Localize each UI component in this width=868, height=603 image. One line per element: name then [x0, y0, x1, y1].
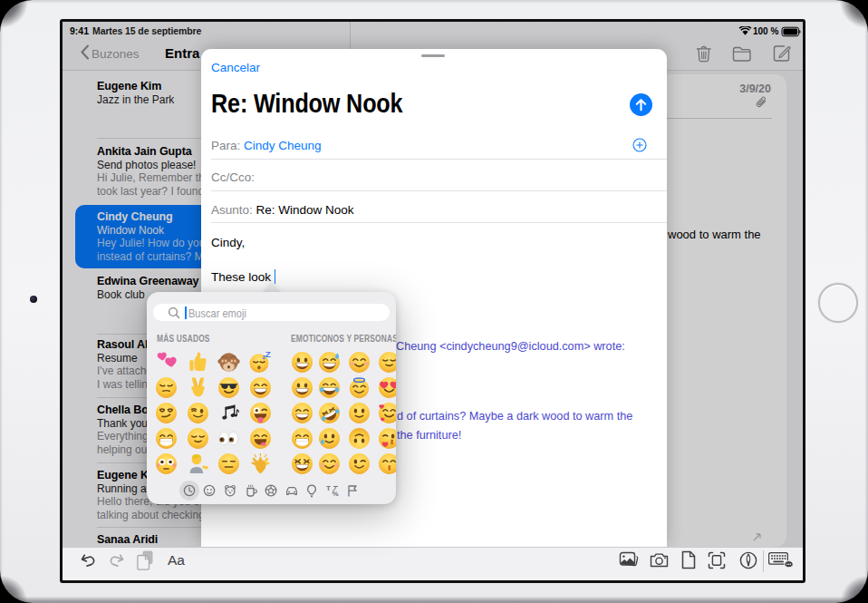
svg-text:T: T — [326, 484, 331, 492]
